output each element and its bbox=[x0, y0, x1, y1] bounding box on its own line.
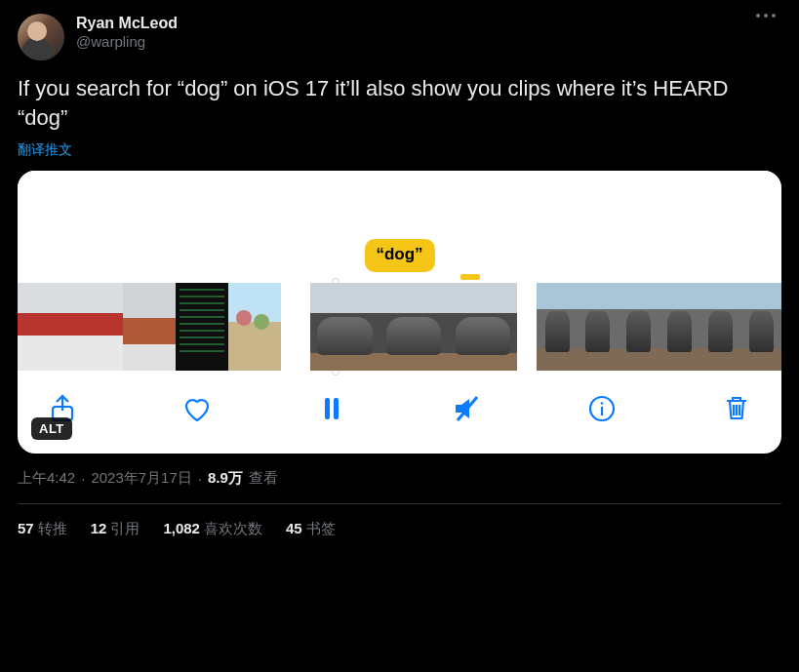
author-handle[interactable]: @warpling bbox=[76, 33, 178, 52]
views-label: 查看 bbox=[249, 469, 278, 488]
clip-cluster[interactable] bbox=[18, 283, 281, 371]
clip-thumbnail[interactable] bbox=[18, 283, 70, 371]
tweet-meta: 上午4:42 · 2023年7月17日 · 8.9万 查看 bbox=[18, 469, 781, 488]
author-names: Ryan McLeod @warpling bbox=[76, 14, 178, 52]
bookmarks-label: 书签 bbox=[306, 520, 336, 536]
clip-thumbnail[interactable] bbox=[699, 283, 740, 371]
clip-thumbnail[interactable] bbox=[176, 283, 228, 371]
clip-thumbnail[interactable] bbox=[659, 283, 700, 371]
clip-cluster[interactable] bbox=[310, 283, 517, 371]
info-button[interactable] bbox=[584, 391, 619, 426]
mute-icon bbox=[452, 393, 483, 424]
pause-icon bbox=[316, 393, 347, 424]
delete-button[interactable] bbox=[719, 391, 754, 426]
pause-button[interactable] bbox=[314, 391, 349, 426]
trash-icon bbox=[721, 393, 752, 424]
clip-thumbnail[interactable] bbox=[310, 283, 380, 371]
svg-rect-2 bbox=[334, 398, 339, 419]
tweet-text: If you search for “dog” on iOS 17 it’ll … bbox=[18, 74, 781, 132]
clip-thumbnail[interactable] bbox=[70, 283, 123, 371]
likes-count: 1,082 bbox=[163, 520, 200, 536]
translate-link[interactable]: 翻译推文 bbox=[18, 141, 781, 159]
clip-thumbnail[interactable] bbox=[380, 283, 449, 371]
tweet-stats: 57转推 12引用 1,082喜欢次数 45书签 bbox=[18, 504, 781, 538]
svg-point-4 bbox=[600, 403, 603, 406]
video-timeline[interactable] bbox=[18, 280, 781, 374]
tweet: Ryan McLeod @warpling If you search for … bbox=[0, 0, 799, 538]
media-card[interactable]: “dog” bbox=[18, 171, 781, 454]
retweets-stat[interactable]: 57转推 bbox=[18, 520, 67, 538]
clip-cluster[interactable] bbox=[537, 283, 781, 371]
quotes-count: 12 bbox=[91, 520, 107, 536]
clip-thumbnail[interactable] bbox=[228, 283, 281, 371]
heart-icon bbox=[181, 393, 213, 424]
bookmarks-stat[interactable]: 45书签 bbox=[286, 520, 336, 538]
svg-rect-1 bbox=[325, 398, 330, 419]
meta-separator: · bbox=[198, 470, 202, 487]
search-term-tooltip: “dog” bbox=[364, 239, 434, 272]
clip-thumbnail[interactable] bbox=[449, 283, 518, 371]
info-icon bbox=[586, 393, 618, 424]
quotes-label: 引用 bbox=[110, 520, 140, 536]
tweet-time[interactable]: 上午4:42 bbox=[18, 469, 75, 488]
clip-thumbnail[interactable] bbox=[578, 283, 619, 371]
views-count[interactable]: 8.9万 bbox=[208, 469, 243, 488]
retweets-count: 57 bbox=[18, 520, 34, 536]
author-display-name[interactable]: Ryan McLeod bbox=[76, 14, 178, 33]
meta-separator: · bbox=[81, 470, 85, 487]
alt-badge[interactable]: ALT bbox=[31, 417, 72, 440]
like-button[interactable] bbox=[180, 391, 215, 426]
tweet-date[interactable]: 2023年7月17日 bbox=[91, 469, 191, 488]
media-preview-top: “dog” bbox=[18, 171, 781, 280]
tweet-header: Ryan McLeod @warpling bbox=[18, 14, 781, 60]
avatar[interactable] bbox=[18, 14, 64, 60]
mute-button[interactable] bbox=[450, 391, 485, 426]
clip-thumbnail[interactable] bbox=[740, 283, 781, 371]
likes-label: 喜欢次数 bbox=[204, 520, 262, 536]
more-button[interactable] bbox=[752, 14, 776, 19]
clip-thumbnail[interactable] bbox=[619, 283, 659, 371]
bookmarks-count: 45 bbox=[286, 520, 302, 536]
tooltip-marker bbox=[460, 274, 480, 280]
media-toolbar bbox=[18, 374, 781, 454]
likes-stat[interactable]: 1,082喜欢次数 bbox=[163, 520, 262, 538]
clip-thumbnail[interactable] bbox=[537, 283, 578, 371]
clip-thumbnail[interactable] bbox=[123, 283, 176, 371]
retweets-label: 转推 bbox=[38, 520, 67, 536]
quotes-stat[interactable]: 12引用 bbox=[91, 520, 140, 538]
